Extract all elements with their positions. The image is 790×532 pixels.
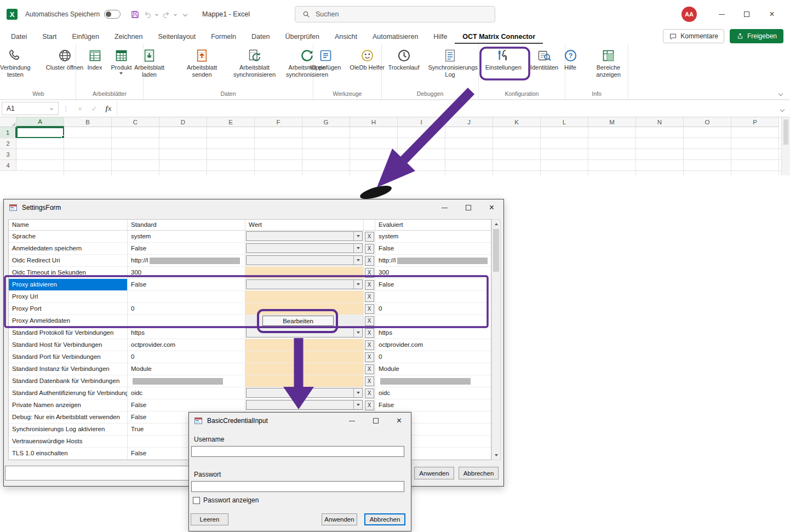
ribbon-button-synchronisierungs-log[interactable]: Synchronisierungs Log: [425, 45, 476, 90]
column-header-L[interactable]: L: [541, 117, 588, 127]
clear-value-button[interactable]: X: [365, 292, 374, 302]
ribbon-tab-automatisieren[interactable]: Automatisieren: [365, 30, 426, 44]
username-field[interactable]: [191, 446, 404, 457]
value-dropdown[interactable]: [246, 231, 363, 241]
apply-button[interactable]: Anwenden: [414, 467, 454, 479]
ribbon-button-arbeitsblatt-laden[interactable]: Arbeitsblatt laden: [124, 45, 175, 90]
ribbon-tab-ansicht[interactable]: Ansicht: [327, 30, 365, 44]
share-button[interactable]: Freigeben: [730, 29, 783, 43]
ribbon-button-index[interactable]: Index: [84, 45, 106, 90]
minimize-button[interactable]: [709, 4, 734, 25]
scrollbar-thumb[interactable]: [783, 119, 788, 145]
spreadsheet-grid[interactable]: [16, 127, 781, 175]
value-input[interactable]: [245, 339, 363, 351]
close-button[interactable]: ×: [759, 4, 785, 25]
value-input[interactable]: [245, 351, 363, 363]
column-header-E[interactable]: E: [207, 117, 255, 127]
row-header-3[interactable]: 3: [0, 149, 16, 160]
column-header-O[interactable]: O: [684, 117, 731, 127]
settings-vertical-scrollbar[interactable]: [491, 219, 501, 460]
column-header-I[interactable]: I: [398, 117, 445, 127]
show-password-checkbox[interactable]: [193, 497, 200, 504]
column-header-A[interactable]: A: [16, 117, 64, 127]
value-input[interactable]: [245, 303, 363, 314]
ribbon-button-identit-ten[interactable]: Identitäten: [526, 45, 562, 90]
column-header-M[interactable]: M: [588, 117, 636, 127]
column-header-F[interactable]: F: [255, 117, 302, 127]
settings-row-standard-authentifizierung-f-r-verbindungen[interactable]: Standard Authentifizierung für Verbindun…: [9, 387, 491, 399]
value-input[interactable]: [245, 267, 363, 278]
confirm-entry-icon[interactable]: ✓: [88, 105, 100, 113]
close-button[interactable]: ×: [387, 413, 411, 429]
clear-value-button[interactable]: X: [365, 244, 374, 254]
cell-A1[interactable]: [16, 127, 64, 138]
settings-row-anmeldedaten-speichern[interactable]: Anmeldedaten speichernFalseXFalse: [9, 243, 491, 255]
value-input[interactable]: [245, 375, 363, 387]
scrollbar-thumb[interactable]: [493, 229, 499, 272]
ribbon-tab-zeichnen[interactable]: Zeichnen: [107, 30, 150, 44]
ribbon-tab-oct-matrix-connector[interactable]: OCT Matrix Connector: [455, 30, 543, 44]
expand-formula-bar-chevron-icon[interactable]: [776, 104, 788, 113]
ribbon-button-verbindung-testen[interactable]: Verbindung testen: [0, 45, 41, 90]
password-field[interactable]: [191, 481, 404, 492]
clear-value-button[interactable]: X: [365, 280, 374, 290]
select-all-corner[interactable]: [0, 117, 16, 127]
customize-qat-chevron-icon[interactable]: [183, 12, 187, 16]
insert-function-icon[interactable]: fx: [102, 104, 115, 113]
ribbon-tab-einf-gen[interactable]: Einfügen: [65, 30, 107, 44]
clear-value-button[interactable]: X: [365, 376, 374, 386]
save-icon[interactable]: [129, 9, 140, 20]
ribbon-button-einstellungen[interactable]: Einstellungen: [482, 45, 525, 90]
undo-icon[interactable]: [142, 9, 153, 20]
row-header-1[interactable]: 1: [0, 127, 16, 138]
close-button[interactable]: ×: [480, 199, 503, 216]
redo-icon[interactable]: [161, 9, 171, 20]
row-header-2[interactable]: 2: [0, 138, 16, 149]
clear-value-button[interactable]: X: [365, 268, 374, 278]
ribbon-tab-berpr-fen[interactable]: Überprüfen: [277, 30, 327, 44]
clear-value-button[interactable]: X: [365, 256, 374, 266]
column-header-J[interactable]: J: [445, 117, 493, 127]
column-header-G[interactable]: G: [302, 117, 350, 127]
column-header-B[interactable]: B: [64, 117, 112, 127]
column-header-H[interactable]: H: [350, 117, 398, 127]
settings-row-standard-datenbank-f-r-verbindungen[interactable]: Standard Datenbank für VerbindungenX: [9, 375, 491, 387]
column-header-C[interactable]: C: [112, 117, 159, 127]
fill-handle[interactable]: [61, 135, 65, 139]
clear-value-button[interactable]: X: [365, 352, 374, 362]
maximize-button[interactable]: [734, 4, 759, 25]
maximize-button[interactable]: [456, 199, 480, 216]
ribbon-button-id-einf-gen[interactable]: ID einfügen: [306, 45, 345, 90]
collapse-ribbon-chevron-icon[interactable]: [778, 91, 783, 96]
clear-value-button[interactable]: X: [365, 316, 374, 326]
autosave-toggle[interactable]: [104, 10, 121, 19]
bearbeiten-button[interactable]: Bearbeiten: [262, 316, 334, 326]
scroll-down-button[interactable]: [492, 451, 500, 460]
ribbon-button-trockenlauf[interactable]: Trockenlauf: [384, 45, 423, 90]
ribbon-tab-start[interactable]: Start: [35, 30, 64, 44]
clear-value-button[interactable]: X: [365, 232, 374, 242]
clear-button[interactable]: Leeren: [191, 513, 228, 525]
chevron-down-icon[interactable]: [155, 13, 158, 16]
account-avatar[interactable]: AA: [682, 7, 697, 22]
row-header-4[interactable]: 4: [0, 160, 16, 171]
settings-row-oidc-timeout-in-sekunden[interactable]: Oidc Timeout in Sekunden300X300: [9, 267, 491, 279]
settings-row-standard-protokoll-f-r-verbindungen[interactable]: Standard Protokoll für Verbindungenhttps…: [9, 327, 491, 339]
settings-row-proxy-anmeldedaten[interactable]: Proxy AnmeldedatenBearbeitenX: [9, 315, 491, 327]
ribbon-tab-datei[interactable]: Datei: [3, 30, 35, 44]
ribbon-tab-seitenlayout[interactable]: Seitenlayout: [150, 30, 203, 44]
ribbon-tab-formeln[interactable]: Formeln: [203, 30, 244, 44]
settings-row-proxy-aktivieren[interactable]: Proxy aktivierenFalseXFalse: [9, 279, 491, 291]
settings-row-standard-port-f-r-verbindungen[interactable]: Standard Port für Verbindungen0X0: [9, 351, 491, 363]
name-box[interactable]: A1: [2, 102, 59, 115]
column-header-K[interactable]: K: [493, 117, 541, 127]
minimize-button[interactable]: [433, 199, 456, 216]
settings-form-titlebar[interactable]: SettingsForm ×: [4, 199, 503, 216]
ribbon-button-arbeitsblatt-synchronisieren[interactable]: Arbeitsblatt synchronisieren: [229, 45, 280, 90]
clear-value-button[interactable]: X: [365, 328, 374, 338]
value-dropdown[interactable]: [246, 328, 363, 337]
chevron-down-icon[interactable]: [174, 13, 177, 16]
settings-row-proxy-port[interactable]: Proxy Port0X0: [9, 303, 491, 315]
ribbon-button-arbeitsblatt-senden[interactable]: Arbeitsblatt senden: [176, 45, 228, 90]
clear-value-button[interactable]: X: [365, 364, 374, 374]
